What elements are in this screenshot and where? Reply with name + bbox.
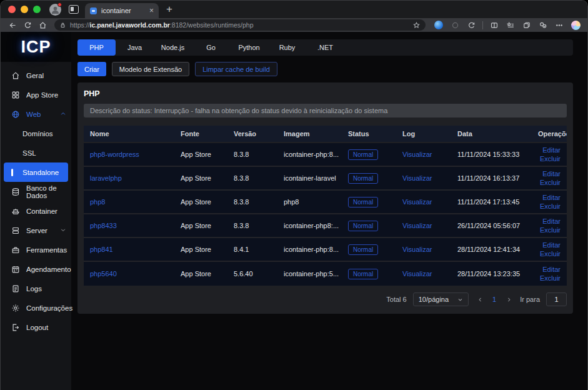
sidebar-item-web[interactable]: Web [1,104,71,124]
source-cell: App Store [174,151,227,158]
version-cell: 5.6.40 [227,270,277,278]
browser-toolbar: https://ic.panel.javaworld.com.br:8182/w… [1,18,587,32]
tab-php[interactable]: PHP [77,39,116,56]
minimize-window-button[interactable] [21,6,28,13]
tab-go[interactable]: Go [192,39,230,56]
view-log-link[interactable]: Visualizar [402,151,432,158]
extension-template-button[interactable]: Modelo de Extensão [112,62,189,76]
edit-link[interactable]: Editar [542,218,561,225]
tab-dotnet[interactable]: .NET [306,39,344,56]
status-badge: Normal [348,197,378,208]
next-page-button[interactable] [504,292,514,306]
tab-ruby[interactable]: Ruby [268,39,306,56]
delete-link[interactable]: Excluir [540,250,561,258]
split-screen-icon[interactable] [487,19,501,31]
chevron-down-icon [60,227,66,234]
delete-link[interactable]: Excluir [540,226,561,234]
address-bar[interactable]: https://ic.panel.javaworld.com.br:8182/w… [54,19,426,31]
edit-link[interactable]: Editar [542,170,561,178]
sidebar-item-logs[interactable]: Logs [1,279,71,298]
history-icon[interactable] [464,19,478,31]
close-window-button[interactable] [8,6,16,13]
sidebar-item-container[interactable]: Container [1,201,71,221]
home-icon[interactable] [36,19,49,31]
create-button[interactable]: Criar [77,62,106,76]
date-cell: 28/11/2024 13:23:35 [451,270,532,278]
php-panel: PHP Descrição do status: Interrupção - f… [77,82,573,314]
bookmark-star-icon[interactable] [412,21,421,29]
grid-icon [11,91,20,99]
runtime-name-link[interactable]: php8-wordpress [90,151,139,158]
back-icon[interactable] [6,19,19,31]
runtime-name-link[interactable]: php841 [90,246,113,253]
view-log-link[interactable]: Visualizar [402,198,432,206]
view-log-link[interactable]: Visualizar [402,246,432,253]
browser-tab[interactable]: icontainer × [85,3,159,18]
table-row: php8-wordpress App Store 8.3.8 icontaine… [84,143,567,167]
delete-link[interactable]: Excluir [540,155,561,162]
new-tab-button[interactable]: + [166,3,172,16]
url-text: https://ic.panel.javaworld.com.br:8182/w… [70,21,409,29]
sidebar-item-agendamento[interactable]: Agendamento [1,259,71,279]
tab-python[interactable]: Python [230,39,268,56]
sidebar-item-ssl[interactable]: SSL [1,143,71,162]
more-menu-icon[interactable] [552,19,566,31]
tab-close-icon[interactable]: × [149,7,154,14]
view-log-link[interactable]: Visualizar [402,222,432,229]
page-size-select[interactable]: 10/página [413,292,469,306]
edit-link[interactable]: Editar [542,241,561,249]
sidebar-item-banco-de-dados[interactable]: Banco de Dados [1,182,71,201]
sidebar-item-geral[interactable]: Geral [1,66,71,85]
globe-icon [11,110,20,119]
version-cell: 8.3.8 [227,222,277,229]
status-description: Descrição do status: Interrupção - falha… [84,104,567,118]
sidebar-item-ferramentas[interactable]: Ferramentas [1,240,71,259]
sidebar-item-server[interactable]: Server [1,221,71,240]
version-cell: 8.4.1 [227,246,277,253]
delete-link[interactable]: Excluir [540,202,561,210]
clear-build-cache-button[interactable]: Limpar cache de build [195,62,277,76]
runtime-name-link[interactable]: php8 [90,198,105,206]
edit-link[interactable]: Editar [542,194,561,201]
copilot-icon[interactable] [569,19,582,31]
date-cell: 26/11/2024 05:56:07 [451,222,532,229]
sidebar-item-dominios[interactable]: Domínios [1,124,71,143]
favorites-icon[interactable] [504,19,517,31]
source-cell: App Store [174,174,227,182]
workspaces-icon[interactable] [69,5,79,14]
tab-java[interactable]: Java [116,39,154,56]
date-cell: 28/11/2024 12:41:34 [451,246,532,253]
goto-page-input[interactable] [546,292,567,306]
sidebar-item-logout[interactable]: Logout [1,318,71,337]
collections-icon[interactable] [520,19,534,31]
reload-icon[interactable] [21,19,34,31]
view-log-link[interactable]: Visualizar [402,174,432,182]
edit-link[interactable]: Editar [542,266,561,273]
version-cell: 8.3.8 [227,174,277,182]
runtime-name-link[interactable]: php8433 [90,222,117,229]
browser-tabstrip: icontainer × + [1,1,587,18]
view-log-link[interactable]: Visualizar [402,270,432,278]
sidebar-item-app-store[interactable]: App Store [1,85,71,104]
profile-avatar[interactable] [49,4,61,16]
runtime-name-link[interactable]: php5640 [90,270,117,278]
sidebar-item-configuracoes[interactable]: Configurações [1,298,71,318]
logout-icon [11,323,20,332]
main-content: PHP Java Node.js Go Python Ruby .NET Cri… [71,32,587,390]
sidebar-item-standalone[interactable]: Standalone [4,162,68,182]
prev-page-button[interactable] [475,292,485,306]
zoom-window-button[interactable] [33,6,41,13]
current-page[interactable]: 1 [491,296,497,303]
tab-nodejs[interactable]: Node.js [154,39,192,56]
copilot-blue-icon[interactable] [432,19,446,31]
delete-link[interactable]: Excluir [540,274,561,282]
toolbar-right-icons [432,19,582,31]
window-controls [8,6,41,13]
browser-essentials-icon[interactable] [536,19,550,31]
server-icon [11,226,20,235]
table-row: laravelphp App Store 8.3.8 icontainer-la… [84,167,567,191]
runtime-name-link[interactable]: laravelphp [90,174,122,182]
delete-link[interactable]: Excluir [540,179,561,186]
edit-link[interactable]: Editar [542,146,561,154]
chevron-down-icon [457,297,463,302]
